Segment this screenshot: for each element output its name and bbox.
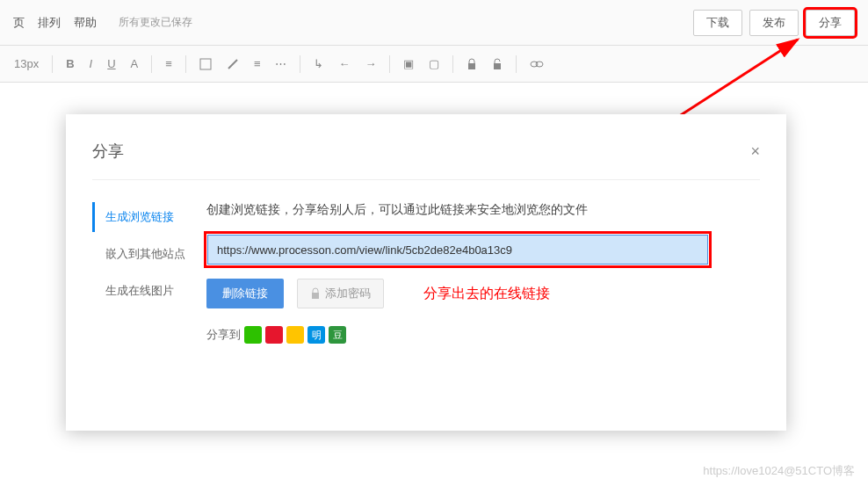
- svg-rect-1: [468, 63, 475, 69]
- menu-page[interactable]: 页: [13, 15, 25, 31]
- lock-icon: [467, 58, 477, 70]
- separator: [300, 55, 300, 73]
- wechat-icon[interactable]: [244, 326, 262, 344]
- share-link-input[interactable]: [207, 235, 708, 265]
- arrow-start-button[interactable]: ←: [333, 54, 355, 74]
- qzone-icon[interactable]: [286, 326, 304, 344]
- share-to-label: 分享到: [206, 327, 241, 343]
- menu-arrange[interactable]: 排列: [38, 15, 61, 31]
- svg-rect-0: [200, 59, 211, 69]
- separator: [52, 55, 53, 73]
- watermark: https://love1024@51CTO博客: [703, 463, 855, 479]
- modal-tabs: 生成浏览链接 嵌入到其他站点 生成在线图片: [92, 202, 189, 344]
- arrow-end-button[interactable]: →: [359, 54, 381, 74]
- menubar-left: 页 排列 帮助 所有更改已保存: [13, 15, 192, 31]
- line-style-button[interactable]: ⋯: [270, 54, 292, 74]
- unlock-icon: [492, 58, 503, 70]
- connector-button[interactable]: ↳: [308, 54, 329, 74]
- link-button[interactable]: [524, 56, 549, 72]
- annotation-text: 分享出去的在线链接: [423, 285, 550, 303]
- link-input-highlight: [206, 234, 709, 265]
- modal-body: 生成浏览链接 嵌入到其他站点 生成在线图片 创建浏览链接，分享给别人后，可以通过…: [92, 179, 760, 344]
- tab-embed[interactable]: 嵌入到其他站点: [95, 239, 189, 269]
- weibo-icon[interactable]: [265, 326, 283, 344]
- close-button[interactable]: ×: [750, 142, 760, 161]
- separator: [516, 55, 517, 73]
- share-modal: 分享 × 生成浏览链接 嵌入到其他站点 生成在线图片 创建浏览链接，分享给别人后…: [66, 114, 786, 431]
- separator: [185, 55, 186, 73]
- menu-help[interactable]: 帮助: [74, 15, 97, 31]
- modal-content: 创建浏览链接，分享给别人后，可以通过此链接来安全地浏览您的文件 删除链接 添加密…: [189, 202, 760, 344]
- douban-icon[interactable]: 豆: [329, 326, 346, 344]
- italic-button[interactable]: I: [84, 54, 98, 74]
- link-icon: [530, 60, 544, 69]
- top-menubar: 页 排列 帮助 所有更改已保存 下载 发布 分享: [0, 0, 868, 46]
- svg-rect-2: [494, 63, 501, 69]
- svg-point-4: [536, 62, 543, 67]
- menubar-right: 下载 发布 分享: [693, 10, 855, 36]
- formatting-toolbar: 13px B I U A ≡ ≡ ⋯ ↳ ← → ▣ ▢: [0, 46, 868, 83]
- add-password-label: 添加密码: [325, 286, 371, 301]
- fontsize-select[interactable]: 13px: [9, 54, 44, 74]
- svg-rect-6: [312, 293, 319, 299]
- font-color-button[interactable]: A: [126, 54, 144, 74]
- underline-button[interactable]: U: [102, 54, 120, 74]
- unlock-button[interactable]: [487, 54, 508, 74]
- separator: [452, 55, 453, 73]
- align-button[interactable]: ≡: [160, 54, 177, 74]
- publish-button[interactable]: 发布: [749, 10, 799, 36]
- modal-title: 分享: [92, 141, 124, 162]
- lock-button[interactable]: [461, 54, 482, 74]
- delete-link-button[interactable]: 删除链接: [206, 279, 284, 308]
- tab-image[interactable]: 生成在线图片: [95, 276, 189, 306]
- lock-icon: [310, 287, 321, 300]
- tab-generate-link[interactable]: 生成浏览链接: [92, 202, 189, 232]
- separator: [389, 55, 390, 73]
- separator: [151, 55, 152, 73]
- share-button[interactable]: 分享: [806, 10, 855, 36]
- action-row: 删除链接 添加密码 分享出去的在线链接: [206, 279, 760, 308]
- fill-color-button[interactable]: [194, 54, 217, 74]
- add-password-button[interactable]: 添加密码: [297, 279, 384, 308]
- mingdao-icon[interactable]: 明: [307, 326, 325, 344]
- modal-header: 分享 ×: [92, 141, 760, 162]
- download-button[interactable]: 下载: [693, 10, 742, 36]
- back-button[interactable]: ▢: [423, 54, 445, 74]
- share-description: 创建浏览链接，分享给别人后，可以通过此链接来安全地浏览您的文件: [206, 202, 760, 218]
- bold-button[interactable]: B: [61, 54, 79, 74]
- share-to-row: 分享到 明 豆: [206, 326, 760, 344]
- line-color-button[interactable]: [221, 54, 244, 74]
- line-width-button[interactable]: ≡: [249, 54, 266, 74]
- autosave-status: 所有更改已保存: [119, 15, 192, 30]
- front-button[interactable]: ▣: [398, 54, 419, 74]
